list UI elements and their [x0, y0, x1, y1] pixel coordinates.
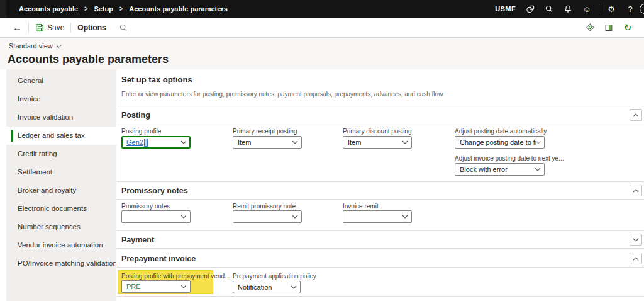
topbar-actions: USMF ☺ ⚙ ?	[495, 0, 644, 18]
action-bar: ← Save Options	[0, 18, 644, 38]
content-heading: Set up tax options	[121, 75, 192, 84]
save-button-label: Save	[47, 23, 64, 32]
sidebar-item-ledger-and-sales-tax[interactable]: Ledger and sales tax	[6, 127, 116, 145]
content-description: Enter or view parameters for posting, pr…	[121, 91, 443, 98]
action-bar-right: ↻	[582, 20, 644, 35]
sidebar-item-number-sequences[interactable]: Number sequences	[6, 218, 116, 236]
parameters-tab-list: General Invoice Invoice validation Ledge…	[6, 69, 116, 301]
posting-profile-prepayment-value: PRE	[126, 283, 141, 290]
notifications-bell-icon[interactable]	[558, 0, 577, 18]
promissory-notes-dropdown[interactable]	[121, 210, 191, 223]
copilot-icon[interactable]	[521, 0, 540, 18]
expand-section-button[interactable]	[630, 234, 642, 246]
remit-promissory-note-dropdown[interactable]	[233, 210, 302, 223]
breadcrumb-chevron-icon: >	[119, 4, 123, 13]
options-button[interactable]: Options	[71, 18, 112, 37]
chevron-down-icon	[180, 285, 187, 288]
separator	[116, 296, 644, 297]
view-selector-label: Standard view	[9, 42, 53, 50]
collapse-section-button[interactable]	[630, 109, 642, 121]
app-window: Accounts payable > Setup > Accounts paya…	[0, 0, 644, 301]
field-label-adjust-invoice-posting-date: Adjust invoice posting date to next ye..…	[455, 155, 564, 162]
chevron-down-icon	[291, 285, 297, 289]
chevron-up-icon	[633, 113, 639, 117]
separator	[116, 230, 644, 231]
section-title-payment: Payment	[121, 236, 154, 244]
collapse-section-button[interactable]	[630, 253, 642, 264]
field-label-primary-discount-posting: Primary discount posting	[343, 128, 412, 135]
action-bar-left: ← Save Options	[0, 18, 134, 37]
settings-gear-icon[interactable]: ⚙	[602, 0, 621, 18]
sidebar-item-invoice[interactable]: Invoice	[6, 90, 116, 108]
prepayment-application-policy-value: Notification	[238, 283, 272, 291]
sidebar-item-electronic-documents[interactable]: Electronic documents	[6, 200, 116, 218]
page-title: Accounts payable parameters	[8, 53, 169, 66]
field-label-remit-promissory-note: Remit promissory note	[233, 203, 296, 210]
view-selector[interactable]: Standard view	[9, 42, 62, 50]
separator	[116, 199, 644, 200]
separator	[116, 248, 644, 249]
chevron-down-icon	[536, 140, 541, 144]
chevron-down-icon	[292, 215, 298, 219]
top-navigation-bar: Accounts payable > Setup > Accounts paya…	[0, 0, 644, 18]
command-search-icon[interactable]	[113, 18, 134, 37]
invoice-remit-dropdown[interactable]	[343, 210, 412, 223]
sidebar-item-invoice-validation[interactable]: Invoice validation	[6, 108, 116, 127]
breadcrumb-chevron-icon: >	[84, 4, 87, 13]
text-cursor	[144, 139, 148, 147]
page-header-strip: Standard view Accounts payable parameter…	[0, 38, 644, 69]
chevron-down-icon	[402, 140, 408, 144]
sidebar-item-general[interactable]: General	[6, 72, 116, 90]
account-avatar-icon[interactable]	[640, 4, 644, 14]
chevron-down-icon	[180, 215, 187, 219]
primary-discount-posting-dropdown[interactable]: Item	[343, 136, 412, 149]
save-button[interactable]: Save	[29, 18, 70, 37]
back-arrow-icon[interactable]: ←	[6, 18, 28, 37]
collapse-section-button[interactable]	[630, 185, 642, 196]
chevron-down-icon	[180, 140, 187, 144]
breadcrumb: Accounts payable > Setup > Accounts paya…	[19, 5, 228, 13]
separator	[116, 181, 644, 182]
topbar-divider	[599, 4, 599, 14]
field-label-posting-profile: Posting profile	[121, 128, 161, 135]
save-floppy-icon	[35, 23, 44, 32]
feedback-smiley-icon[interactable]: ☺	[577, 0, 596, 18]
sidebar-item-credit-rating[interactable]: Credit rating	[6, 145, 116, 163]
section-title-posting: Posting	[121, 111, 150, 120]
prepayment-application-policy-dropdown[interactable]: Notification	[233, 281, 301, 293]
section-title-prepayment-invoice: Prepayment invoice	[121, 254, 196, 263]
sidebar-item-broker-and-royalty[interactable]: Broker and royalty	[6, 181, 116, 200]
power-apps-icon[interactable]	[582, 20, 597, 35]
adjust-invoice-posting-date-dropdown[interactable]: Block with error	[455, 163, 545, 176]
chevron-down-icon	[56, 45, 62, 48]
section-title-promissory-notes: Promissory notes	[121, 186, 188, 195]
separator	[116, 125, 644, 125]
field-label-posting-profile-prepayment: Posting profile with prepayment vend...	[121, 273, 230, 280]
adjust-invoice-posting-date-value: Block with error	[460, 166, 508, 173]
primary-receipt-posting-dropdown[interactable]: Item	[233, 136, 302, 149]
open-in-new-window-icon[interactable]	[601, 20, 616, 35]
breadcrumb-item-module[interactable]: Accounts payable	[19, 5, 78, 13]
separator	[116, 267, 644, 268]
posting-profile-dropdown[interactable]: Gen2	[121, 136, 191, 149]
sidebar-item-settlement[interactable]: Settlement	[6, 163, 116, 181]
separator	[116, 106, 644, 106]
sidebar-item-po-invoice-matching-validation[interactable]: PO/Invoice matching validation	[6, 254, 116, 273]
search-icon[interactable]	[540, 0, 558, 18]
adjust-posting-date-dropdown[interactable]: Change posting date to first ...	[455, 136, 545, 149]
chevron-up-icon	[633, 189, 639, 193]
posting-profile-prepayment-dropdown[interactable]: PRE	[121, 280, 191, 293]
sidebar-item-vendor-invoice-automation[interactable]: Vendor invoice automation	[6, 236, 116, 254]
field-label-prepayment-application-policy: Prepayment application policy	[233, 273, 316, 280]
help-icon[interactable]: ?	[621, 0, 640, 18]
main-content: Set up tax options Enter or view paramet…	[116, 69, 644, 301]
breadcrumb-item-page[interactable]: Accounts payable parameters	[129, 5, 228, 13]
chevron-down-icon	[292, 140, 298, 144]
adjust-posting-date-value: Change posting date to first ...	[460, 139, 536, 146]
field-label-invoice-remit: Invoice remit	[343, 203, 379, 210]
breadcrumb-item-setup[interactable]: Setup	[94, 5, 113, 13]
company-selector[interactable]: USMF	[495, 5, 516, 13]
refresh-icon[interactable]: ↻	[620, 20, 635, 35]
chevron-down-icon	[535, 168, 541, 171]
field-label-primary-receipt-posting: Primary receipt posting	[233, 128, 297, 135]
